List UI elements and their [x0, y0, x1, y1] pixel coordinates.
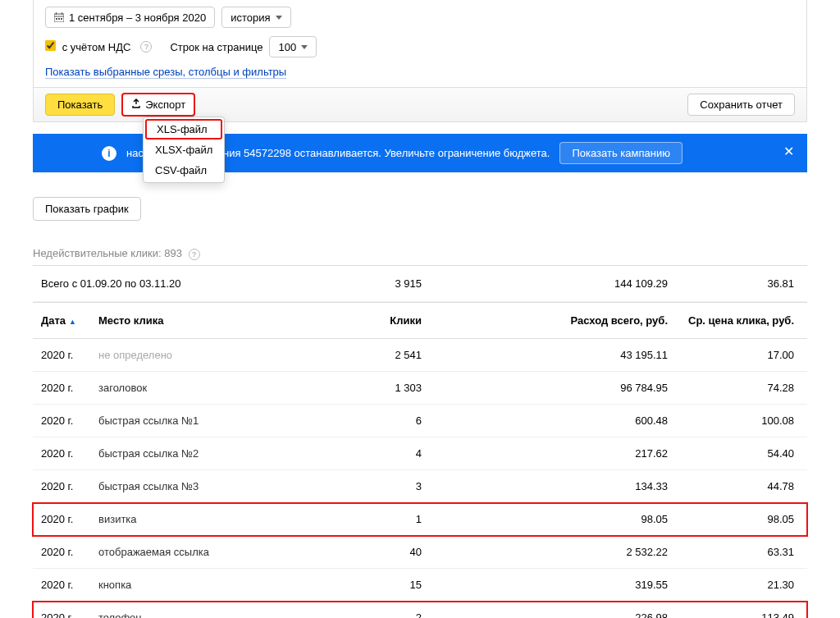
cell-clicks: 15 — [295, 579, 427, 591]
cell-cpc: 113.49 — [673, 611, 799, 618]
table-row: 2020 г.телефон2226.98113.49 — [33, 602, 807, 618]
total-clicks: 3 915 — [295, 277, 427, 290]
invalid-clicks-value: 893 — [164, 247, 182, 259]
nds-checkbox[interactable]: с учётом НДС — [45, 40, 130, 53]
svg-rect-3 — [62, 12, 62, 15]
table-row: 2020 г.быстрая ссылка №33134.3344.78 — [33, 470, 807, 503]
cell-click-location: телефон — [98, 611, 295, 618]
help-icon[interactable]: ? — [140, 41, 152, 53]
export-dropdown: XLS-файл XLSX-файл CSV-файл — [143, 117, 225, 183]
help-icon[interactable]: ? — [189, 249, 200, 260]
svg-rect-2 — [56, 12, 57, 15]
perpage-selector[interactable]: 100 — [269, 36, 317, 57]
perpage-value: 100 — [278, 41, 296, 53]
cell-cpc: 100.08 — [673, 414, 799, 427]
export-button[interactable]: Экспорт — [121, 93, 195, 117]
export-label: Экспорт — [145, 98, 185, 111]
table-row: 2020 г.заголовок1 30396 784.9574.28 — [33, 372, 807, 405]
table-row: 2020 г.не определено2 54143 195.1117.00 — [33, 339, 807, 372]
header-click-location[interactable]: Место клика — [98, 314, 295, 327]
cell-click-location: быстрая ссылка №2 — [98, 447, 295, 460]
cell-clicks: 6 — [295, 414, 427, 427]
cell-clicks: 4 — [295, 447, 427, 460]
filter-panel: 1 сентября – 3 ноября 2020 история с учё… — [33, 0, 807, 88]
cell-spend: 96 784.95 — [427, 382, 673, 394]
show-graph-button[interactable]: Показать график — [33, 197, 141, 221]
show-button[interactable]: Показать — [45, 94, 115, 116]
history-label: история — [231, 11, 270, 24]
cell-click-location: быстрая ссылка №1 — [98, 414, 295, 427]
info-icon: i — [102, 146, 116, 161]
cell-date: 2020 г. — [41, 447, 98, 460]
cell-click-location: кнопка — [98, 579, 295, 591]
date-range-selector[interactable]: 1 сентября – 3 ноября 2020 — [45, 7, 215, 28]
table-row: 2020 г.быстрая ссылка №24217.6254.40 — [33, 437, 807, 470]
cell-spend: 43 195.11 — [427, 349, 673, 361]
calendar-icon — [54, 12, 64, 22]
table-total-row: Всего с 01.09.20 по 03.11.20 3 915 144 1… — [33, 266, 807, 302]
invalid-clicks: Недействительные клики: 893 ? — [33, 247, 807, 260]
table-row: 2020 г.быстрая ссылка №16600.48100.08 — [33, 405, 807, 437]
cell-spend: 2 532.22 — [427, 546, 673, 558]
export-xlsx-item[interactable]: XLSX-файл — [144, 140, 224, 160]
cell-date: 2020 г. — [41, 382, 98, 394]
date-range-text: 1 сентября – 3 ноября 2020 — [69, 11, 206, 24]
header-clicks[interactable]: Клики — [295, 314, 427, 327]
cell-cpc: 74.28 — [673, 382, 799, 394]
cell-click-location: заголовок — [98, 382, 295, 394]
header-spend[interactable]: Расход всего, руб. — [427, 314, 673, 327]
chevron-down-icon — [276, 16, 282, 20]
table-row: 2020 г.кнопка15319.5521.30 — [33, 569, 807, 602]
cell-date: 2020 г. — [41, 579, 98, 591]
cell-click-location: быстрая ссылка №3 — [98, 480, 295, 492]
cell-clicks: 2 541 — [295, 349, 427, 361]
cell-click-location: визитка — [98, 513, 295, 525]
svg-rect-6 — [61, 18, 62, 20]
cell-spend: 134.33 — [427, 480, 673, 492]
total-spend: 144 109.29 — [427, 277, 673, 290]
cell-cpc: 54.40 — [673, 447, 799, 460]
table-row: 2020 г.отображаемая ссылка402 532.2263.3… — [33, 536, 807, 569]
chevron-down-icon — [301, 45, 308, 49]
close-icon[interactable]: ✕ — [783, 144, 794, 159]
cell-spend: 98.05 — [427, 513, 673, 525]
show-filters-link[interactable]: Показать выбранные срезы, столбцы и филь… — [45, 66, 286, 79]
invalid-clicks-label: Недействительные клики: — [33, 247, 162, 259]
cell-clicks: 1 — [295, 513, 427, 525]
cell-clicks: 40 — [295, 546, 427, 558]
cell-cpc: 17.00 — [673, 349, 799, 361]
export-icon — [131, 98, 141, 111]
cell-cpc: 44.78 — [673, 480, 799, 492]
export-xls-item[interactable]: XLS-файл — [145, 119, 222, 140]
nds-label: с учётом НДС — [62, 41, 131, 53]
header-cpc[interactable]: Ср. цена клика, руб. — [673, 314, 799, 327]
table-header-row: Дата Место клика Клики Расход всего, руб… — [33, 302, 807, 339]
cell-cpc: 63.31 — [673, 546, 799, 558]
total-label: Всего с 01.09.20 по 03.11.20 — [41, 277, 295, 290]
cell-spend: 319.55 — [427, 579, 673, 591]
history-selector[interactable]: история — [221, 7, 290, 28]
table-row: 2020 г.визитка198.0598.05 — [33, 503, 807, 536]
cell-clicks: 2 — [295, 611, 427, 618]
svg-rect-5 — [58, 18, 60, 20]
cell-date: 2020 г. — [41, 611, 98, 618]
cell-spend: 217.62 — [427, 447, 673, 460]
export-csv-item[interactable]: CSV-файл — [144, 160, 224, 181]
cell-click-location: не определено — [98, 349, 295, 361]
cell-clicks: 3 — [295, 480, 427, 492]
stats-table: Всего с 01.09.20 по 03.11.20 3 915 144 1… — [33, 265, 807, 618]
header-date[interactable]: Дата — [41, 314, 98, 327]
cell-cpc: 21.30 — [673, 579, 799, 591]
cell-spend: 600.48 — [427, 414, 673, 427]
cell-click-location: отображаемая ссылка — [98, 546, 295, 558]
show-campaign-button[interactable]: Показать кампанию — [559, 142, 682, 164]
perpage-label: Строк на странице — [170, 41, 262, 53]
cell-date: 2020 г. — [41, 414, 98, 427]
cell-date: 2020 г. — [41, 480, 98, 492]
cell-date: 2020 г. — [41, 349, 98, 361]
cell-cpc: 98.05 — [673, 513, 799, 525]
save-report-button[interactable]: Сохранить отчет — [687, 94, 795, 116]
cell-spend: 226.98 — [427, 611, 673, 618]
svg-rect-4 — [56, 18, 57, 20]
total-cpc: 36.81 — [673, 277, 799, 290]
